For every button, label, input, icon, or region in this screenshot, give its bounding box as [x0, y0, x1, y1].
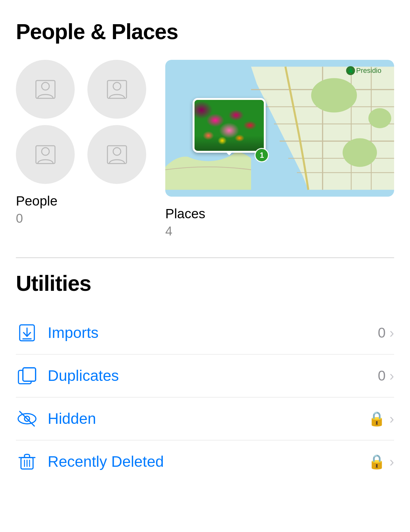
- utility-item-recently-deleted[interactable]: Recently Deleted 🔒 ›: [16, 440, 394, 483]
- svg-point-24: [214, 106, 232, 120]
- utilities-section: Utilities Imports 0 › Duplicates: [16, 271, 394, 483]
- flower-photo-svg: [195, 100, 264, 151]
- duplicates-icon: [16, 365, 38, 387]
- places-map[interactable]: 🌲 Presidio: [165, 60, 394, 197]
- presidio-tree-icon: 🌲: [346, 66, 355, 75]
- hidden-label: Hidden: [48, 410, 368, 427]
- svg-point-31: [247, 111, 263, 124]
- places-label: Places: [165, 206, 394, 221]
- duplicates-right: 0 ›: [378, 368, 394, 384]
- recently-deleted-chevron-icon: ›: [389, 454, 394, 470]
- svg-point-23: [199, 108, 221, 124]
- hidden-icon: [16, 408, 38, 430]
- imports-right: 0 ›: [378, 325, 394, 341]
- svg-rect-45: [23, 368, 36, 381]
- places-count: 4: [165, 224, 394, 238]
- pin-photo: [195, 100, 264, 151]
- section-title-people-places: People & Places: [16, 19, 394, 44]
- svg-point-28: [206, 114, 228, 131]
- svg-point-7: [113, 148, 121, 155]
- duplicates-chevron-icon: ›: [389, 368, 394, 384]
- svg-rect-6: [107, 146, 126, 164]
- duplicates-count: 0: [378, 368, 386, 384]
- people-avatars-grid: [16, 60, 153, 184]
- svg-point-25: [225, 107, 245, 122]
- svg-point-40: [255, 130, 264, 140]
- utility-item-hidden[interactable]: Hidden 🔒 ›: [16, 397, 394, 440]
- people-places-section: People & Places: [16, 19, 394, 238]
- person-icon-3: [33, 142, 58, 167]
- svg-point-18: [311, 78, 357, 113]
- people-section[interactable]: People 0: [16, 60, 153, 238]
- svg-rect-2: [107, 80, 126, 98]
- svg-point-29: [220, 114, 239, 128]
- map-photo-pin[interactable]: 1: [193, 98, 266, 153]
- svg-point-20: [368, 108, 391, 128]
- utility-item-imports[interactable]: Imports 0 ›: [16, 312, 394, 354]
- recently-deleted-right: 🔒 ›: [368, 453, 394, 470]
- svg-point-38: [196, 125, 212, 138]
- person-icon-4: [104, 142, 130, 167]
- person-icon-1: [33, 77, 58, 102]
- svg-point-33: [200, 136, 214, 147]
- svg-rect-4: [36, 146, 55, 164]
- svg-point-1: [42, 82, 49, 90]
- person-icon-2: [104, 77, 130, 102]
- duplicates-label: Duplicates: [48, 367, 378, 384]
- imports-count: 0: [378, 325, 386, 341]
- avatar-4[interactable]: [87, 125, 146, 184]
- imports-label: Imports: [48, 324, 378, 341]
- svg-point-34: [214, 135, 226, 144]
- imports-chevron-icon: ›: [389, 325, 394, 341]
- presidio-label: 🌲 Presidio: [346, 66, 381, 75]
- svg-point-30: [232, 112, 252, 127]
- places-section[interactable]: 🌲 Presidio: [165, 60, 394, 238]
- svg-rect-22: [195, 100, 264, 151]
- people-count: 0: [16, 211, 153, 226]
- avatar-3[interactable]: [16, 125, 75, 184]
- hidden-lock-icon: 🔒: [368, 410, 386, 427]
- svg-point-19: [343, 138, 377, 167]
- svg-point-27: [195, 117, 213, 131]
- recently-deleted-icon: [16, 451, 38, 473]
- utility-item-duplicates[interactable]: Duplicates 0 ›: [16, 354, 394, 397]
- svg-point-37: [221, 130, 232, 139]
- svg-point-5: [42, 148, 49, 155]
- imports-icon: [16, 322, 38, 344]
- section-divider: [16, 257, 394, 258]
- svg-point-36: [237, 127, 250, 137]
- svg-point-26: [239, 105, 257, 118]
- hidden-chevron-icon: ›: [389, 411, 394, 427]
- people-label: People: [16, 193, 153, 209]
- avatar-1[interactable]: [16, 60, 75, 119]
- recently-deleted-label: Recently Deleted: [48, 453, 368, 470]
- svg-rect-0: [36, 80, 55, 98]
- svg-point-39: [239, 123, 257, 137]
- recently-deleted-lock-icon: 🔒: [368, 453, 386, 470]
- section-title-utilities: Utilities: [16, 271, 394, 296]
- people-places-grid: People 0: [16, 60, 394, 238]
- svg-point-3: [113, 82, 121, 90]
- avatar-2[interactable]: [87, 60, 146, 119]
- svg-point-35: [207, 131, 220, 142]
- svg-point-32: [251, 120, 264, 131]
- hidden-right: 🔒 ›: [368, 410, 394, 427]
